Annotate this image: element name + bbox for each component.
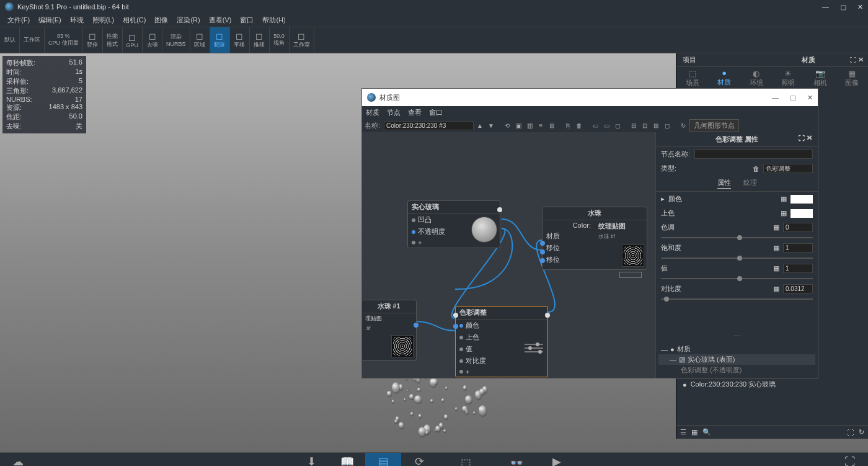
tb-icon[interactable]: ⊡ xyxy=(640,120,650,130)
tree-item[interactable]: 实心玻璃 (表面) xyxy=(688,355,735,364)
bottom-button-KeyShotXR[interactable]: ⬚KeyShotXR xyxy=(437,453,495,466)
up-icon[interactable]: ▲ xyxy=(475,120,485,130)
menu-item[interactable]: 帮助(H) xyxy=(259,16,289,25)
toolbar-button[interactable]: ◻推移 xyxy=(250,27,270,53)
panel-tab[interactable]: 📷相机 xyxy=(804,67,836,89)
value-input[interactable] xyxy=(783,264,813,273)
mg-titlebar[interactable]: 材质图 — ▢ ✕ xyxy=(362,89,818,106)
checker-icon[interactable]: ▦ xyxy=(781,209,787,217)
bottom-button-项目[interactable]: ▤项目 xyxy=(365,453,401,466)
list-view-icon[interactable]: ☰ xyxy=(680,428,686,436)
sat-input[interactable] xyxy=(783,243,813,253)
menu-item[interactable]: 查看(V) xyxy=(205,16,236,25)
search-icon[interactable]: 🔍 xyxy=(702,428,711,436)
toolbar-button[interactable]: 50.0视角 xyxy=(270,27,290,53)
bottom-button-动画[interactable]: ⟳动画 xyxy=(401,453,437,466)
tb-icon[interactable]: ⊟ xyxy=(629,120,639,130)
tb-icon[interactable]: ◻ xyxy=(613,120,622,130)
tab-texture[interactable]: 纹理 xyxy=(743,178,757,189)
tb-icon[interactable]: ▣ xyxy=(513,120,523,130)
sat-slider[interactable] xyxy=(661,258,813,259)
toolbar-button[interactable]: 默认 xyxy=(0,27,20,53)
tb-icon[interactable]: ▭ xyxy=(590,120,600,130)
panel-tab[interactable]: ⬚场景 xyxy=(676,67,709,89)
tb-icon[interactable]: ≡ xyxy=(536,120,546,130)
toolbar-button[interactable]: 性能模式 xyxy=(103,27,123,53)
mg-maximize-button[interactable]: ▢ xyxy=(790,94,796,102)
toolbar-button[interactable]: ◻工作室 xyxy=(290,27,314,53)
bottom-button-渲染[interactable]: ▶渲染 xyxy=(539,453,575,466)
hue-slider[interactable] xyxy=(661,237,813,238)
prop-header-icons[interactable]: ⛶ ✕ xyxy=(799,135,813,141)
menu-item[interactable]: 窗口 xyxy=(236,16,257,25)
menu-item[interactable]: 编辑(E) xyxy=(35,16,65,25)
panel-tab[interactable]: ●材质 xyxy=(709,67,741,89)
material-row[interactable]: ●Color:230:230:230 实心玻璃 xyxy=(680,379,864,390)
node-color-adjust[interactable]: 色彩调整 颜色 上色 值 对比度 + xyxy=(455,306,548,377)
tb-icon[interactable]: ⊞ xyxy=(651,120,661,130)
bottom-button-库[interactable]: 📖库 xyxy=(329,453,365,466)
toolbar-button[interactable]: ◻区域 xyxy=(190,27,210,53)
node-canvas[interactable]: 实心玻璃 凹凸 不透明度 + 水珠 Color: 材质 xyxy=(362,132,655,378)
menu-item[interactable]: 渲染(R) xyxy=(173,16,203,25)
maximize-button[interactable]: ▢ xyxy=(840,3,846,11)
type-input[interactable] xyxy=(763,164,813,173)
menu-item[interactable]: 图像 xyxy=(151,16,172,25)
name-input[interactable] xyxy=(384,121,474,130)
geometry-node-button[interactable]: 几何图形节点 xyxy=(689,119,739,132)
menu-item[interactable]: 相机(C) xyxy=(119,16,149,25)
drag-handle[interactable]: ⋯ xyxy=(656,331,818,341)
node-water-bead[interactable]: 水珠 Color: 材质 移位 移位 纹理贴图 水珠.tif xyxy=(542,207,647,270)
hue-input[interactable] xyxy=(783,223,813,232)
tb-icon[interactable]: ⊞ xyxy=(547,120,557,130)
minimize-button[interactable]: — xyxy=(822,3,829,11)
tb-icon[interactable]: ▭ xyxy=(601,120,611,130)
toolbar-button[interactable]: 83 %CPU 使用量 xyxy=(45,27,83,53)
toolbar-button[interactable]: ◻暂停 xyxy=(83,27,103,53)
node-tree[interactable]: —●材质 —▧实心玻璃 (表面) 色彩调整 (不透明度) xyxy=(656,341,818,378)
delete-icon[interactable]: 🗑 xyxy=(753,165,760,173)
toolbar-button[interactable]: 渲染NURBS xyxy=(162,27,190,53)
bottom-button-云库[interactable]: ☁云库 xyxy=(0,453,36,466)
grid-view-icon[interactable]: ▦ xyxy=(691,428,698,436)
toolbar-button[interactable]: ◻GPU xyxy=(123,27,143,53)
tint-swatch[interactable] xyxy=(790,209,813,218)
mg-menu-item[interactable]: 节点 xyxy=(387,108,401,117)
mg-menu-item[interactable]: 窗口 xyxy=(429,108,443,117)
mg-menu-item[interactable]: 材质 xyxy=(366,108,379,117)
refresh-icon[interactable]: ↻ xyxy=(678,120,688,130)
menu-item[interactable]: 环境 xyxy=(66,16,87,25)
toolbar-button[interactable]: ◻去噪 xyxy=(143,27,162,53)
panel-tab[interactable]: ▦图像 xyxy=(836,67,869,89)
bottom-button-截屏[interactable]: ⛶截屏 xyxy=(832,453,868,466)
menu-item[interactable]: 文件(F) xyxy=(4,16,33,25)
node-water-bead-1[interactable]: 水珠 #1 理贴图 .tif xyxy=(362,300,417,361)
contrast-slider[interactable] xyxy=(661,298,813,300)
node-name-input[interactable] xyxy=(694,150,813,159)
node-solid-glass[interactable]: 实心玻璃 凹凸 不透明度 + xyxy=(407,200,500,248)
mg-close-button[interactable]: ✕ xyxy=(807,94,813,102)
close-button[interactable]: ✕ xyxy=(857,3,863,11)
toolbar-button[interactable]: ◻平移 xyxy=(230,27,250,53)
delete-icon[interactable]: 🗑 xyxy=(574,120,584,130)
expand-icon[interactable]: ▸ xyxy=(661,195,665,203)
panel-tab[interactable]: ☀照明 xyxy=(773,67,805,89)
tree-item[interactable]: 色彩调整 (不透明度) xyxy=(681,365,742,375)
expand-icon[interactable]: ⛶ xyxy=(847,429,854,436)
color-swatch[interactable] xyxy=(790,195,813,204)
tb-icon[interactable]: ▥ xyxy=(525,120,534,130)
toolbar-button[interactable]: ◻翻滚 xyxy=(210,27,230,53)
tb-icon[interactable]: ◻ xyxy=(662,120,672,130)
contrast-input[interactable] xyxy=(783,284,813,293)
tab-properties[interactable]: 属性 xyxy=(717,178,731,189)
menu-item[interactable]: 照明(L) xyxy=(89,16,118,25)
checker-icon[interactable]: ▦ xyxy=(773,264,779,272)
checker-icon[interactable]: ▦ xyxy=(773,223,779,231)
checker-icon[interactable]: ▦ xyxy=(781,195,787,203)
checker-icon[interactable]: ▦ xyxy=(773,285,779,293)
value-slider[interactable] xyxy=(661,278,813,279)
mg-menu-item[interactable]: 查看 xyxy=(408,108,422,117)
panel-tab[interactable]: ◐环境 xyxy=(740,67,773,89)
panel-header-icons[interactable]: ⛶ ✕ xyxy=(850,56,864,63)
toolbar-button[interactable]: 工作区 xyxy=(20,27,45,53)
